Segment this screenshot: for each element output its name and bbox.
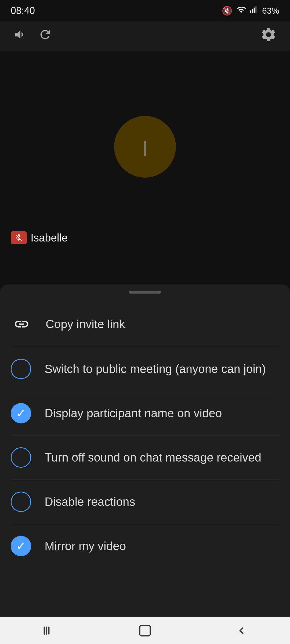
signal-icon xyxy=(250,5,258,16)
display-name-item[interactable]: ✓ Display participant name on video xyxy=(11,391,279,436)
status-time: 08:40 xyxy=(11,5,35,16)
participant-mic-icon xyxy=(11,231,27,244)
svg-rect-7 xyxy=(140,625,150,636)
mute-icon: 🔇 xyxy=(222,6,233,16)
refresh-icon[interactable] xyxy=(38,28,52,45)
avatar-initial: | xyxy=(143,138,147,156)
switch-public-checkbox[interactable] xyxy=(11,359,31,379)
disable-reactions-text: Disable reactions xyxy=(45,495,279,508)
participant-name: Isabelle xyxy=(31,232,68,244)
status-icons: 🔇 63% xyxy=(222,5,279,17)
battery-text: 63% xyxy=(262,6,279,16)
disable-reactions-checkbox[interactable] xyxy=(11,492,31,512)
top-left-controls xyxy=(13,28,52,45)
mirror-video-text: Mirror my video xyxy=(45,539,279,553)
video-area: | Isabelle xyxy=(0,51,290,255)
display-name-checkmark: ✓ xyxy=(16,407,26,419)
nav-bar xyxy=(0,617,290,644)
nav-back-button[interactable] xyxy=(226,623,258,639)
bottom-sheet: Copy invite link Switch to public meetin… xyxy=(0,284,290,617)
participant-label: Isabelle xyxy=(11,231,68,244)
svg-rect-1 xyxy=(252,9,253,13)
copy-invite-link-text: Copy invite link xyxy=(46,317,279,331)
svg-rect-0 xyxy=(250,10,251,13)
menu-list: Copy invite link Switch to public meetin… xyxy=(0,302,290,568)
display-name-checkbox[interactable]: ✓ xyxy=(11,403,31,423)
copy-invite-link-item[interactable]: Copy invite link xyxy=(11,302,279,347)
drag-handle[interactable] xyxy=(129,291,161,294)
turn-off-sound-item[interactable]: Turn off sound on chat message received xyxy=(11,436,279,480)
disable-reactions-item[interactable]: Disable reactions xyxy=(11,480,279,524)
turn-off-sound-checkbox[interactable] xyxy=(11,447,31,468)
turn-off-sound-text: Turn off sound on chat message received xyxy=(45,451,279,464)
settings-icon[interactable] xyxy=(260,27,277,46)
switch-public-item[interactable]: Switch to public meeting (anyone can joi… xyxy=(11,347,279,391)
copy-link-icon xyxy=(11,313,32,335)
video-inner: | Isabelle xyxy=(0,51,290,255)
volume-icon[interactable] xyxy=(13,28,27,45)
wifi-icon xyxy=(236,5,246,17)
top-controls xyxy=(0,21,290,51)
mirror-video-item[interactable]: ✓ Mirror my video xyxy=(11,524,279,568)
status-bar: 08:40 🔇 63% xyxy=(0,0,290,21)
participant-avatar: | xyxy=(114,116,176,178)
svg-rect-6 xyxy=(48,627,49,635)
nav-home-button[interactable] xyxy=(129,623,161,639)
svg-rect-5 xyxy=(46,627,47,635)
svg-rect-3 xyxy=(255,6,256,13)
svg-rect-2 xyxy=(254,8,255,13)
nav-menu-button[interactable] xyxy=(32,623,64,639)
svg-rect-4 xyxy=(44,627,45,635)
switch-public-text: Switch to public meeting (anyone can joi… xyxy=(45,362,279,376)
mirror-video-checkbox[interactable]: ✓ xyxy=(11,536,31,556)
display-name-text: Display participant name on video xyxy=(45,407,279,420)
mirror-video-checkmark: ✓ xyxy=(16,540,26,552)
